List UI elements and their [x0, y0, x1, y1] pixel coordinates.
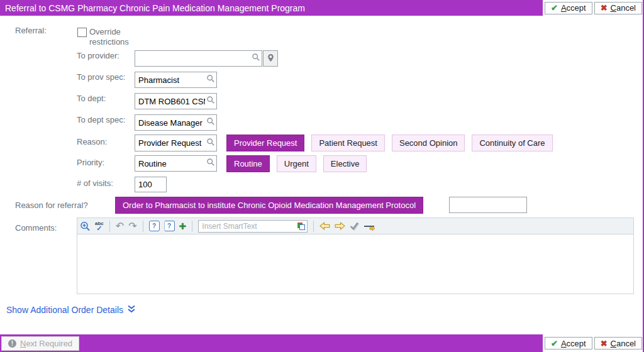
- cancel-button[interactable]: ✖ Cancel: [594, 337, 642, 349]
- smarttext-browse-icon[interactable]: [297, 223, 305, 230]
- cancel-button-label: Cancel: [611, 3, 636, 13]
- to-prov-spec-field: [135, 72, 217, 88]
- titlebar-actions: ✔ Accept ✖ Cancel: [543, 0, 644, 16]
- search-icon[interactable]: [206, 117, 215, 128]
- comments-toolbar: abc ✓ ↶ ↷ ? ? ✚: [77, 217, 634, 234]
- choice-provider-request[interactable]: Provider Request: [226, 135, 304, 151]
- toolbar-separator: [313, 221, 314, 232]
- visits-field: [135, 177, 167, 192]
- smarttext-field: [198, 220, 308, 233]
- accept-button[interactable]: ✔ Accept: [545, 337, 592, 349]
- title-bar: Referral to CSMG Pharmacy Chronic Pain M…: [0, 0, 644, 16]
- priority-options: RoutineUrgentElective: [226, 155, 367, 172]
- priority-field: [135, 155, 217, 172]
- to-provider-field: [135, 50, 262, 67]
- toolbar-separator: [143, 221, 143, 232]
- to-dept-spec-label: To dept spec:: [77, 115, 125, 124]
- to-prov-spec-label: To prov spec:: [77, 72, 125, 82]
- x-icon: ✖: [601, 3, 608, 13]
- zoom-in-icon[interactable]: [80, 221, 91, 231]
- window-title: Referral to CSMG Pharmacy Chronic Pain M…: [0, 3, 305, 13]
- smartlist-icon[interactable]: ?: [164, 221, 175, 231]
- reason-options: Provider RequestPatient RequestSecond Op…: [226, 135, 553, 151]
- referral-order-window: Referral to CSMG Pharmacy Chronic Pain M…: [0, 0, 644, 352]
- search-icon[interactable]: [252, 53, 260, 64]
- add-smartphrase-icon[interactable]: ✚: [179, 221, 187, 231]
- check-icon: ✔: [551, 339, 558, 348]
- footer-actions: ✔ Accept ✖ Cancel: [543, 334, 644, 352]
- show-additional-order-details-link[interactable]: Show Additional Order Details: [6, 305, 136, 315]
- complete-smartlists-icon[interactable]: [350, 222, 360, 231]
- check-icon: ✔: [551, 3, 558, 13]
- toolbar-separator: [109, 221, 110, 232]
- reason-for-referral-other-field: [449, 197, 527, 213]
- visits-input[interactable]: [135, 177, 167, 192]
- accept-button-label: Accept: [561, 339, 586, 348]
- double-chevron-down-icon: [127, 305, 136, 315]
- next-required-button[interactable]: ! Next Required: [1, 336, 79, 351]
- choice-second-opinion[interactable]: Second Opinion: [392, 135, 465, 151]
- choice-order-to-pharmacist-to-institute-chronic[interactable]: Order to Pharmacist to institute Chronic…: [115, 197, 423, 214]
- override-restrictions-checkbox[interactable]: [77, 28, 87, 37]
- go-to-next-required-icon[interactable]: [364, 222, 374, 231]
- to-dept-field: [135, 93, 217, 109]
- provider-location-button[interactable]: [263, 50, 278, 67]
- next-required-label: Next Required: [20, 339, 72, 348]
- undo-icon[interactable]: ↶: [116, 221, 124, 231]
- redo-icon[interactable]: ↷: [128, 221, 136, 231]
- cancel-button-label: Cancel: [611, 339, 636, 348]
- reason-for-referral-other-input[interactable]: [449, 197, 527, 213]
- toolbar-separator: [192, 221, 192, 232]
- choice-elective[interactable]: Elective: [323, 155, 367, 172]
- exclamation-icon: !: [8, 339, 16, 348]
- to-dept-label: To dept:: [77, 94, 106, 103]
- next-smartlist-icon[interactable]: [335, 222, 345, 230]
- override-restrictions-label: Override restrictions: [89, 27, 142, 47]
- to-provider-input[interactable]: [135, 50, 262, 67]
- show-additional-order-details-label: Show Additional Order Details: [6, 305, 123, 315]
- spell-check-icon[interactable]: abc ✓: [95, 221, 104, 231]
- to-dept-spec-field: [135, 114, 217, 131]
- reason-for-referral-options: Order to Pharmacist to institute Chronic…: [115, 197, 423, 214]
- comments-textarea[interactable]: [77, 234, 634, 294]
- reason-field: [135, 135, 217, 151]
- visits-label: # of visits:: [77, 179, 113, 188]
- to-prov-spec-input[interactable]: [135, 72, 217, 88]
- to-provider-label: To provider:: [77, 51, 119, 60]
- choice-urgent[interactable]: Urgent: [277, 155, 316, 172]
- accept-button-label: Accept: [561, 3, 586, 13]
- search-icon[interactable]: [206, 138, 215, 149]
- cancel-button[interactable]: ✖ Cancel: [594, 2, 642, 14]
- x-icon: ✖: [601, 339, 608, 348]
- smartphrase-icon[interactable]: ?: [149, 221, 160, 231]
- previous-smartlist-icon[interactable]: [319, 222, 330, 230]
- referral-section-label: Referral:: [15, 26, 47, 35]
- footer-bar: ! Next Required ✔ Accept ✖ Cancel: [0, 334, 644, 352]
- search-icon[interactable]: [206, 74, 215, 85]
- to-dept-input[interactable]: [135, 93, 217, 109]
- choice-continuity-of-care[interactable]: Continuity of Care: [472, 135, 552, 151]
- to-dept-spec-input[interactable]: [135, 114, 217, 131]
- accept-button[interactable]: ✔ Accept: [545, 2, 592, 14]
- search-icon[interactable]: [206, 158, 215, 169]
- search-icon[interactable]: [206, 96, 215, 107]
- priority-label: Priority:: [77, 158, 104, 167]
- priority-input[interactable]: [135, 155, 217, 172]
- reason-input[interactable]: [135, 135, 217, 151]
- map-pin-icon: [267, 53, 274, 64]
- reason-for-referral-label: Reason for referral?: [15, 201, 88, 210]
- reason-label: Reason:: [77, 137, 107, 146]
- comments-label: Comments:: [15, 223, 57, 233]
- choice-routine[interactable]: Routine: [226, 155, 270, 172]
- smarttext-input[interactable]: [198, 220, 308, 233]
- choice-patient-request[interactable]: Patient Request: [311, 135, 385, 151]
